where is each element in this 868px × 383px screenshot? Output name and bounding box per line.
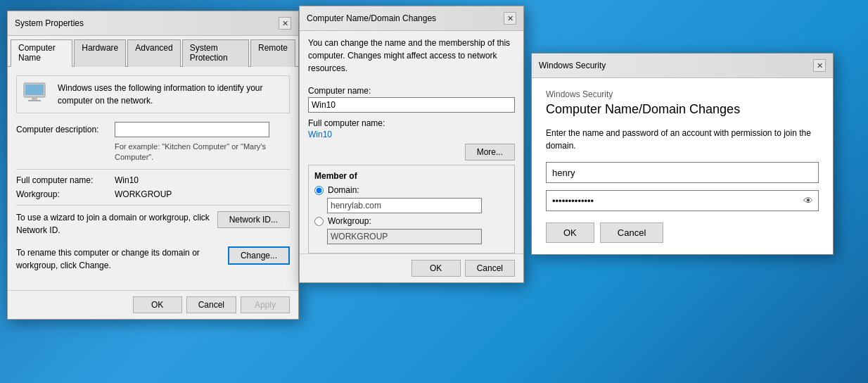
computer-description-row: Computer description: xyxy=(16,122,290,137)
sys-props-cancel-button[interactable]: Cancel xyxy=(186,296,236,313)
workgroup-value: WORKGROUP xyxy=(115,189,172,199)
workgroup-radio[interactable] xyxy=(314,217,324,226)
network-id-button[interactable]: Network ID... xyxy=(217,211,290,228)
windows-security-dialog: Windows Security ✕ Windows Security Comp… xyxy=(531,53,834,255)
win-security-titlebar: Windows Security ✕ xyxy=(532,54,833,78)
password-wrapper: 👁 xyxy=(546,190,819,211)
password-input[interactable] xyxy=(546,190,819,211)
sys-props-bottom-buttons: OK Cancel Apply xyxy=(8,290,298,319)
computer-description-label: Computer description: xyxy=(16,125,115,134)
win-security-close-button[interactable]: ✕ xyxy=(813,59,826,72)
wizard-text: To use a wizard to join a domain or work… xyxy=(16,211,210,237)
security-ok-button[interactable]: OK xyxy=(546,222,594,243)
workgroup-radio-row: Workgroup: xyxy=(314,216,509,226)
username-input[interactable] xyxy=(546,162,819,183)
separator-2 xyxy=(16,205,290,206)
tab-computer-name[interactable]: Computer Name xyxy=(11,39,72,67)
sys-props-ok-button[interactable]: OK xyxy=(133,296,182,313)
computer-name-label: Computer name: xyxy=(308,86,515,96)
sys-info-box: Windows uses the following information t… xyxy=(16,75,290,113)
domain-input[interactable] xyxy=(327,198,482,213)
tab-advanced[interactable]: Advanced xyxy=(127,39,180,67)
workgroup-label: Workgroup: xyxy=(16,189,115,199)
tab-remote[interactable]: Remote xyxy=(250,39,295,67)
rename-text: To rename this computer or change its do… xyxy=(16,246,221,272)
change-button[interactable]: Change... xyxy=(228,246,290,265)
svg-rect-1 xyxy=(25,84,44,95)
domain-changes-close-button[interactable]: ✕ xyxy=(504,12,516,25)
domain-changes-titlebar: Computer Name/Domain Changes ✕ xyxy=(300,6,523,31)
security-cancel-button[interactable]: Cancel xyxy=(600,222,663,243)
tab-hardware[interactable]: Hardware xyxy=(74,39,126,67)
workgroup-row: Workgroup: WORKGROUP xyxy=(16,189,290,199)
computer-name-input[interactable] xyxy=(308,97,515,113)
sys-props-tabs: Computer Name Hardware Advanced System P… xyxy=(8,36,298,67)
domain-changes-body: Computer name: Full computer name: Win10… xyxy=(300,86,523,253)
workgroup-radio-label: Workgroup: xyxy=(328,216,371,226)
workgroup-input[interactable] xyxy=(327,229,482,244)
domain-cancel-button[interactable]: Cancel xyxy=(465,260,515,277)
rename-action-row: To rename this computer or change its do… xyxy=(16,246,290,277)
domain-changes-title: Computer Name/Domain Changes xyxy=(307,13,436,23)
member-of-section: Member of Domain: Workgroup: xyxy=(308,165,515,253)
sys-props-apply-button[interactable]: Apply xyxy=(241,296,290,313)
domain-radio-row: Domain: xyxy=(314,185,509,195)
more-btn-row: More... xyxy=(308,144,515,161)
win-security-title: Windows Security xyxy=(539,61,606,70)
security-subtitle: Windows Security xyxy=(546,89,819,99)
full-computer-name-value: Win10 xyxy=(308,130,515,139)
wizard-action-row: To use a wizard to join a domain or work… xyxy=(16,211,290,242)
system-properties-dialog: System Properties ✕ Computer Name Hardwa… xyxy=(7,11,299,320)
win-security-body: Windows Security Computer Name/Domain Ch… xyxy=(532,78,833,254)
security-buttons: OK Cancel xyxy=(546,222,819,243)
sys-info-text: Windows uses the following information t… xyxy=(58,82,283,107)
security-main-title: Computer Name/Domain Changes xyxy=(546,102,819,117)
domain-ok-button[interactable]: OK xyxy=(411,260,461,277)
sys-props-titlebar: System Properties ✕ xyxy=(8,11,298,36)
computer-description-input[interactable] xyxy=(115,122,269,137)
domain-radio[interactable] xyxy=(314,186,324,195)
svg-rect-2 xyxy=(32,97,37,100)
full-computer-name-row: Full computer name: Win10 xyxy=(16,175,290,185)
full-computer-name-label: Full computer name: xyxy=(16,175,115,185)
security-description: Enter the name and password of an accoun… xyxy=(546,127,819,152)
sys-props-close-button[interactable]: ✕ xyxy=(279,17,291,30)
separator-1 xyxy=(16,169,290,170)
domain-changes-description: You can change the name and the membersh… xyxy=(300,31,523,80)
domain-radio-label: Domain: xyxy=(328,185,359,195)
member-of-label: Member of xyxy=(314,171,509,181)
full-computer-name-value: Win10 xyxy=(115,175,139,185)
show-password-icon[interactable]: 👁 xyxy=(803,195,813,206)
domain-changes-dialog: Computer Name/Domain Changes ✕ You can c… xyxy=(299,6,524,283)
sys-props-title: System Properties xyxy=(15,18,84,28)
more-button[interactable]: More... xyxy=(465,144,515,161)
sys-props-body: Windows uses the following information t… xyxy=(8,67,298,290)
computer-icon xyxy=(23,82,51,104)
tab-system-protection[interactable]: System Protection xyxy=(182,39,249,67)
domain-changes-bottom-buttons: OK Cancel xyxy=(300,253,523,282)
computer-description-hint: For example: "Kitchen Computer" or "Mary… xyxy=(115,142,290,163)
svg-rect-3 xyxy=(28,100,41,101)
full-computer-name-label: Full computer name: xyxy=(308,118,515,128)
